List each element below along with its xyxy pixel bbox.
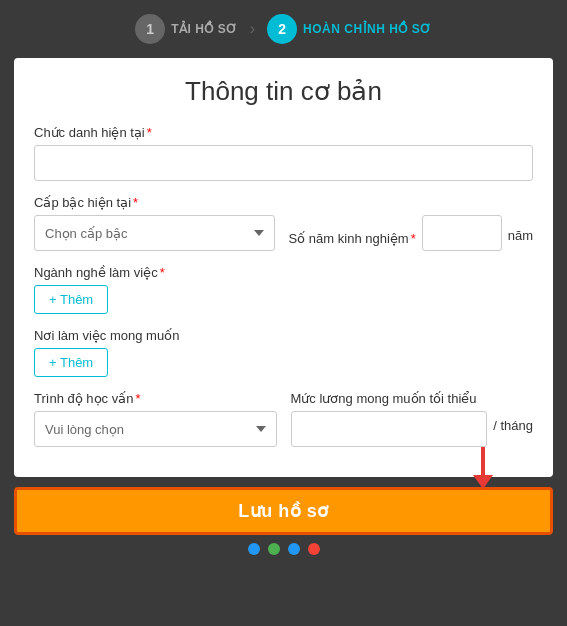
chuc-danh-label: Chức danh hiện tại* [34,125,533,140]
nganh-nghe-group: Ngành nghề làm việc* + Thêm [34,265,533,314]
them-nganh-nghe-button[interactable]: + Thêm [34,285,108,314]
so-nam-input[interactable] [422,215,502,251]
arrow-shaft [481,447,485,475]
cap-bac-row: Cấp bậc hiện tại* Chọn cấp bậc Số năm ki… [34,195,533,265]
dot-4 [308,543,320,555]
muc-luong-group: Mức lương mong muốn tối thiểu / tháng [291,391,534,447]
so-nam-group: Số năm kinh nghiệm* năm [289,195,533,251]
form-card: Thông tin cơ bản Chức danh hiện tại* Cấp… [14,58,553,477]
step-1: 1 TẢI HỒ SƠ [135,14,238,44]
arrow-overlay [473,447,493,489]
step-2-circle: 2 [267,14,297,44]
cap-bac-group: Cấp bậc hiện tại* Chọn cấp bậc [34,195,275,251]
step-bar: 1 TẢI HỒ SƠ › 2 HOÀN CHỈNH HỒ SƠ [0,0,567,58]
trinh-do-label: Trình độ học vấn* [34,391,277,406]
so-nam-label: Số năm kinh nghiệm* [289,231,416,246]
dot-1 [248,543,260,555]
chuc-danh-input[interactable] [34,145,533,181]
dot-3 [288,543,300,555]
muc-luong-unit: / tháng [493,418,533,441]
cap-bac-select[interactable]: Chọn cấp bậc [34,215,275,251]
nganh-nghe-label: Ngành nghề làm việc* [34,265,533,280]
step-2: 2 HOÀN CHỈNH HỒ SƠ [267,14,432,44]
noi-lam-viec-label: Nơi làm việc mong muốn [34,328,533,343]
them-noi-lam-viec-button[interactable]: + Thêm [34,348,108,377]
muc-luong-label: Mức lương mong muốn tối thiểu [291,391,534,406]
step-1-label: TẢI HỒ SƠ [171,22,238,36]
bottom-row: Trình độ học vấn* Vui lòng chọn Mức lươn… [34,391,533,461]
noi-lam-viec-group: Nơi làm việc mong muốn + Thêm [34,328,533,377]
cap-bac-label: Cấp bậc hiện tại* [34,195,275,210]
step-1-circle: 1 [135,14,165,44]
muc-luong-input[interactable] [291,411,488,447]
chuc-danh-group: Chức danh hiện tại* [34,125,533,181]
trinh-do-group: Trình độ học vấn* Vui lòng chọn [34,391,277,447]
dot-indicators [0,543,567,555]
so-nam-unit: năm [508,228,533,251]
dot-2 [268,543,280,555]
step-2-label: HOÀN CHỈNH HỒ SƠ [303,22,432,36]
step-arrow: › [250,20,255,38]
save-button[interactable]: Lưu hồ sơ [14,487,553,535]
salary-row: / tháng [291,411,534,447]
trinh-do-select[interactable]: Vui lòng chọn [34,411,277,447]
page-title: Thông tin cơ bản [34,76,533,107]
arrow-head [473,475,493,489]
save-area: Lưu hồ sơ [14,487,553,535]
